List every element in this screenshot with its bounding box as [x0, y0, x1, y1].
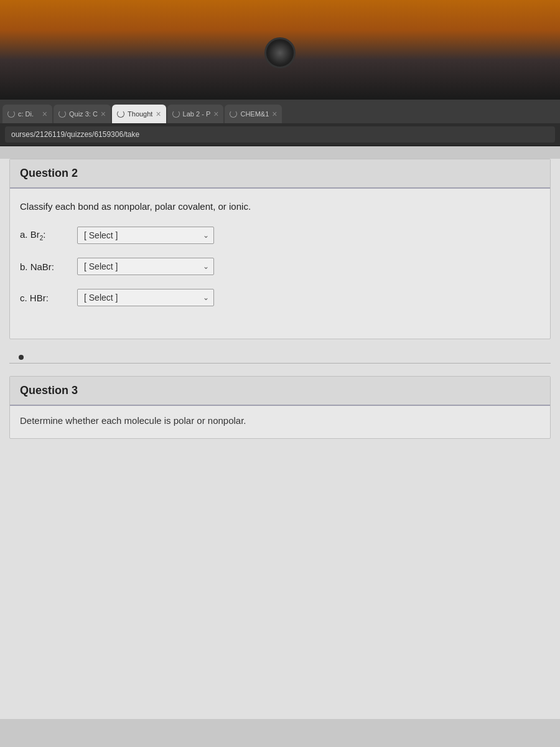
tab-close-tab4[interactable]: ×: [213, 110, 218, 118]
tab-label-tab2: Quiz 3: C: [69, 110, 98, 118]
section-divider: [9, 363, 551, 364]
answer-row-c: c. HBr: [ Select ] nonpolar polar covale…: [20, 289, 540, 306]
tab-label-tab1: c: Di.: [18, 110, 39, 118]
select-hbr[interactable]: [ Select ] nonpolar polar covalent ionic: [77, 289, 214, 306]
question-2-block: Question 2 Classify each bond as nonpola…: [9, 159, 551, 339]
select-wrapper-b: [ Select ] nonpolar polar covalent ionic…: [77, 258, 214, 275]
answer-label-b: b. NaBr:: [20, 261, 70, 272]
question-3-text: Determine whether each molecule is polar…: [20, 415, 540, 426]
address-bar: ourses/2126119/quizzes/6159306/take: [5, 126, 555, 143]
tab-close-tab2[interactable]: ×: [101, 110, 106, 118]
question-2-body: Classify each bond as nonpolar, polar co…: [10, 189, 550, 339]
select-wrapper-a: [ Select ] nonpolar polar covalent ionic…: [77, 227, 214, 244]
tab-bar: c: Di.×Quiz 3: C×Thought×Lab 2 - P×CHEM&…: [0, 100, 560, 123]
tab-favicon-tab4: [172, 110, 180, 118]
tab-close-tab5[interactable]: ×: [272, 110, 277, 118]
tab-favicon-tab1: [7, 110, 15, 118]
webcam: [264, 37, 296, 68]
answer-row-b: b. NaBr: [ Select ] nonpolar polar coval…: [20, 258, 540, 275]
tab-close-tab1[interactable]: ×: [42, 110, 47, 118]
answer-label-a: a. Br2:: [20, 229, 70, 242]
tab-label-tab5: CHEM&1: [240, 110, 269, 118]
question-2-title: Question 2: [20, 167, 78, 179]
tab-favicon-tab5: [230, 110, 237, 118]
browser-tab-tab2[interactable]: Quiz 3: C×: [54, 105, 111, 123]
select-nabr[interactable]: [ Select ] nonpolar polar covalent ionic: [77, 258, 214, 275]
laptop-bezel: [0, 0, 560, 100]
question-3-title: Question 3: [20, 384, 78, 397]
separator-area: [0, 352, 560, 363]
tab-favicon-tab3: [117, 110, 124, 118]
browser-tab-tab3[interactable]: Thought×: [112, 105, 166, 123]
tab-label-tab4: Lab 2 - P: [183, 110, 211, 118]
tab-favicon-tab2: [58, 110, 66, 118]
page-content: Question 2 Classify each bond as nonpola…: [0, 159, 560, 719]
answer-row-a: a. Br2: [ Select ] nonpolar polar covale…: [20, 227, 540, 244]
answer-label-c: c. HBr:: [20, 293, 70, 303]
browser-chrome: c: Di.×Quiz 3: C×Thought×Lab 2 - P×CHEM&…: [0, 100, 560, 146]
select-br2[interactable]: [ Select ] nonpolar polar covalent ionic: [77, 227, 214, 244]
browser-tab-tab1[interactable]: c: Di.×: [2, 105, 52, 123]
address-bar-row: ourses/2126119/quizzes/6159306/take: [0, 123, 560, 146]
browser-tab-tab5[interactable]: CHEM&1×: [225, 105, 282, 123]
question-3-block: Question 3 Determine whether each molecu…: [9, 376, 551, 439]
question-3-header: Question 3: [10, 377, 550, 406]
address-text: ourses/2126119/quizzes/6159306/take: [11, 130, 139, 139]
question-3-body: Determine whether each molecule is polar…: [10, 406, 550, 438]
tab-close-tab3[interactable]: ×: [156, 110, 161, 118]
browser-tab-tab4[interactable]: Lab 2 - P×: [167, 105, 224, 123]
select-wrapper-c: [ Select ] nonpolar polar covalent ionic…: [77, 289, 214, 306]
question-2-header: Question 2: [10, 159, 550, 189]
bullet-dot: [19, 355, 24, 360]
tab-label-tab3: Thought: [128, 110, 152, 118]
question-2-text: Classify each bond as nonpolar, polar co…: [20, 201, 540, 212]
